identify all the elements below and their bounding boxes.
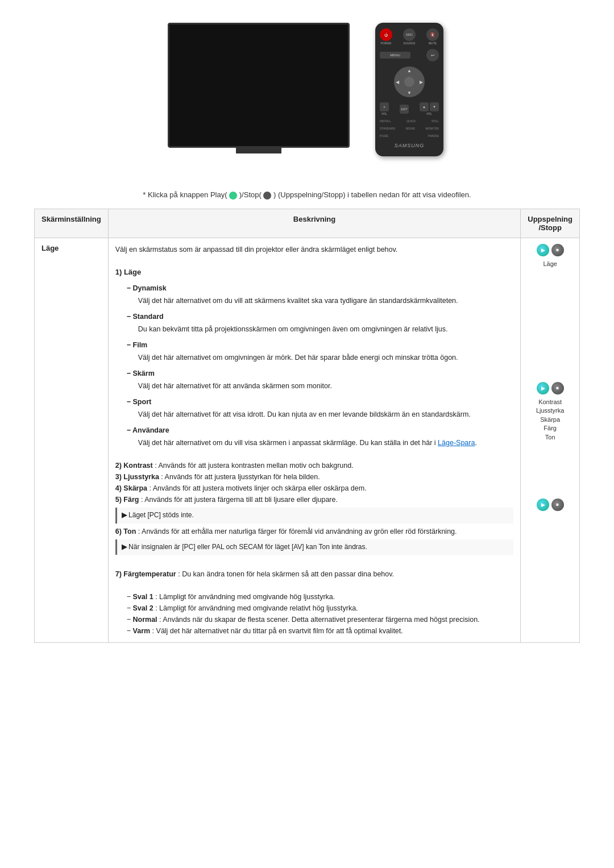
vol-row: + VOL EXIT ▲ ▼ VOL xyxy=(380,102,439,115)
normal-block: − Normal : Används när du skapar de fles… xyxy=(127,614,514,625)
main-table: Skärminställning Beskrivning Uppspelning… xyxy=(34,209,580,643)
dpad-up-button[interactable]: ▲ xyxy=(407,68,412,73)
samsung-logo: SAMSUNG xyxy=(395,143,425,148)
playback-lage: Läge KontrastLjusstyrkaSkärpaFärgTon xyxy=(521,238,580,642)
lage-standard-block: − Standard Du kan bekvämt titta på proje… xyxy=(127,311,514,335)
lage-standard-text: Du kan bekvämt titta på projektionsskärm… xyxy=(138,323,514,335)
kontrast-label: 2) Kontrast xyxy=(115,462,153,470)
power-label: POWER xyxy=(381,41,392,45)
normal-item: − Normal : Används när du skapar de fles… xyxy=(127,614,514,625)
lage-film-text: Välj det här alternativet om omgivningen… xyxy=(138,352,514,363)
instruction-text-before: * Klicka på knappen Play( xyxy=(143,190,227,199)
setting-lage: Läge xyxy=(35,238,109,642)
dpad-center-button[interactable] xyxy=(404,77,414,87)
skarpa-item: 4) Skärpa : Används för att justera moti… xyxy=(115,483,514,494)
down-button[interactable]: ▼ xyxy=(430,102,439,111)
lage-skarm-text: Välj det här alternativet för att använd… xyxy=(138,380,514,392)
lage-dynamisk-block: − Dynamisk Välj det här alternativet om … xyxy=(127,283,514,306)
pmode-label: P.MODE xyxy=(428,134,439,138)
sval1-label: Sval 1 xyxy=(133,593,154,601)
dpad: ▲ ▼ ◀ ▶ xyxy=(394,67,425,97)
playback-label-group2: KontrastLjusstyrkaSkärpaFärgTon xyxy=(528,398,572,442)
note-arrow-2: ▶ xyxy=(122,543,127,551)
up-button[interactable]: ▲ xyxy=(420,102,429,111)
note-pc-stods: ▶ Läget [PC] stöds inte. xyxy=(115,508,514,523)
kontrast-item: 2) Kontrast : Används för att justera ko… xyxy=(115,460,514,471)
play-button-lage[interactable] xyxy=(537,244,549,256)
tv-screen xyxy=(168,23,350,148)
function-labels-row2: STANDARD MOVIE MONITOR xyxy=(380,127,439,130)
exit-button[interactable]: EXIT xyxy=(400,105,409,114)
remote-top-row: ⏻ POWER SRC SOURCE 🔇 MUTE xyxy=(380,28,439,45)
ton-item: 6) Ton : Används för att erhålla mer nat… xyxy=(115,526,514,537)
instruction-note: * Klicka på knappen Play( )/Stop( ) (Upp… xyxy=(34,190,580,200)
normal-label: Normal xyxy=(133,616,157,624)
lage-film-title: − Film xyxy=(127,339,514,351)
menu-button[interactable]: MENU xyxy=(380,52,410,59)
source-label: SOURCE xyxy=(403,41,415,45)
farg-label: 5) Färg xyxy=(115,496,139,504)
lage-sport-text: Välj det här alternativet för att visa i… xyxy=(138,409,514,420)
ton-label: 6) Ton xyxy=(115,528,136,535)
ljusstyrka-item: 3) Ljusstyrka : Används för att justera … xyxy=(115,471,514,483)
play-button-fargtemperatur[interactable] xyxy=(537,499,549,511)
return-button[interactable]: ↩ xyxy=(426,49,439,61)
lage-anvandare-title: − Användare xyxy=(127,425,514,436)
psize-label: P.SIZE xyxy=(380,134,388,138)
source-button[interactable]: SRC xyxy=(403,28,416,41)
description-lage: Välj en skärmstatus som är anpassad till… xyxy=(108,238,521,642)
install-label: INSTALL xyxy=(380,119,391,123)
playback-icons-fargtemperatur xyxy=(528,499,572,511)
lage-dynamisk-text: Välj det här alternativet om du vill att… xyxy=(138,295,514,306)
table-row-lage: Läge Välj en skärmstatus som är anpassad… xyxy=(35,238,580,642)
standard-label: STANDARD xyxy=(380,127,395,130)
dpad-right-button[interactable]: ▶ xyxy=(420,80,423,85)
stop-button-lage[interactable] xyxy=(551,244,564,256)
playback-group2: KontrastLjusstyrkaSkärpaFärgTon xyxy=(528,382,572,442)
stop-button-fargtemperatur[interactable] xyxy=(551,499,564,511)
play-button-group2[interactable] xyxy=(537,382,549,394)
lage-skarm-block: − Skärm Välj det här alternativet för at… xyxy=(127,368,514,392)
dpad-left-button[interactable]: ◀ xyxy=(396,80,399,85)
playback-fargtemperatur-group xyxy=(528,499,572,511)
sval1-item: − Sval 1 : Lämpligt för användning med o… xyxy=(127,591,514,603)
sval1-block: − Sval 1 : Lämpligt för användning med o… xyxy=(127,591,514,603)
lage-skarm-title: − Skärm xyxy=(127,368,514,379)
header-playback: Uppspelning /Stopp xyxy=(521,209,580,238)
fargtemperatur-label: 7) Färgtemperatur xyxy=(115,570,176,578)
lage-sport-block: − Sport Välj det här alternativet för at… xyxy=(127,396,514,420)
instruction-text-mid: )/Stop( xyxy=(239,190,262,199)
varm-item: − Varm : Välj det här alternativet när d… xyxy=(127,625,514,637)
mute-label: MUTE xyxy=(429,41,437,45)
lage-spara-link[interactable]: Läge-Spara xyxy=(438,439,475,447)
remote-control: ⏻ POWER SRC SOURCE 🔇 MUTE MENU xyxy=(375,23,443,156)
lage-section-title: 1) Läge xyxy=(115,267,514,279)
play-icon-inline xyxy=(229,192,237,200)
tv-display xyxy=(168,23,350,153)
header-setting: Skärminställning xyxy=(35,209,109,238)
still-label: STILL xyxy=(432,119,439,123)
lage-dynamisk-title: − Dynamisk xyxy=(127,283,514,294)
table-header-row: Skärminställning Beskrivning Uppspelning… xyxy=(35,209,580,238)
instruction-text-end: ) (Uppspelning/Stopp) i tabellen nedan f… xyxy=(273,190,471,199)
dpad-circle: ▲ ▼ ◀ ▶ xyxy=(394,67,425,97)
varm-label: Varm xyxy=(133,627,151,635)
fargtemperatur-item: 7) Färgtemperatur : Du kan ändra tonen f… xyxy=(115,568,514,580)
power-button[interactable]: ⏻ xyxy=(380,28,392,41)
stop-icon-inline xyxy=(263,192,271,200)
playback-icons-lage xyxy=(528,244,572,256)
sval2-block: − Sval 2 : Lämpligt för användning med o… xyxy=(127,603,514,614)
quick-label: QUICK xyxy=(406,119,416,123)
remote-container: ⏻ POWER SRC SOURCE 🔇 MUTE MENU xyxy=(372,23,446,156)
menu-return-row: MENU ↩ xyxy=(380,49,439,61)
vol-label: VOL xyxy=(426,112,432,115)
stop-button-group2[interactable] xyxy=(551,382,564,394)
lage-sport-title: − Sport xyxy=(127,396,514,408)
dpad-down-button[interactable]: ▼ xyxy=(407,90,412,95)
mute-button[interactable]: 🔇 xyxy=(426,28,439,41)
movie-label: MOVIE xyxy=(406,127,415,130)
lage-anvandare-block: − Användare Välj det här alternativet om… xyxy=(127,425,514,448)
header-description: Beskrivning xyxy=(108,209,521,238)
top-section: ⏻ POWER SRC SOURCE 🔇 MUTE MENU xyxy=(34,23,580,156)
plus-button[interactable]: + xyxy=(380,102,389,111)
